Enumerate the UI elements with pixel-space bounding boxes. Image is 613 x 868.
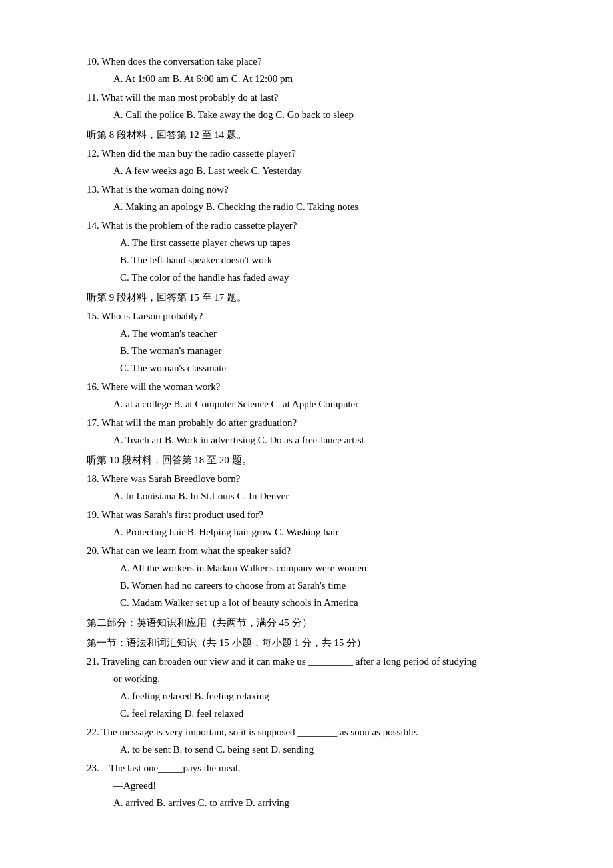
options-inline: A. Teach art B. Work in advertising C. D… <box>87 432 546 448</box>
question-block: 12. When did the man buy the radio casse… <box>87 145 546 179</box>
question-block: 22. The message is very important, so it… <box>87 724 546 757</box>
question-line: 18. Where was Sarah Breedlove born? <box>87 471 546 487</box>
question-block: 15. Who is Larson probably?A. The woman'… <box>87 308 546 376</box>
options-inline: A. Protecting hair B. Helping hair grow … <box>87 524 546 540</box>
section-header: 听第 9 段材料，回答第 15 至 17 题。 <box>87 289 546 305</box>
options-inline: A. Call the police B. Take away the dog … <box>87 107 546 123</box>
sub-option: A. The first cassette player chews up ta… <box>87 235 546 251</box>
exam-content: 10. When does the conversation take plac… <box>87 53 546 811</box>
sub-option: C. The woman's classmate <box>87 360 546 376</box>
sub-option: A. feeling relaxed B. feeling relaxing <box>87 688 546 704</box>
sub-option: C. The color of the handle has faded awa… <box>87 269 546 285</box>
section-header: 听第 10 段材料，回答第 18 至 20 题。 <box>87 452 546 468</box>
question-block: 16. Where will the woman work?A. at a co… <box>87 379 546 412</box>
options-inline: A. A few weeks ago B. Last week C. Yeste… <box>87 163 546 179</box>
question-line: 10. When does the conversation take plac… <box>87 53 546 69</box>
question-block: 14. What is the problem of the radio cas… <box>87 217 546 285</box>
question-block: 18. Where was Sarah Breedlove born?A. In… <box>87 471 546 504</box>
options-inline: A. In Louisiana B. In St.Louis C. In Den… <box>87 488 546 504</box>
question-line: 16. Where will the woman work? <box>87 379 546 395</box>
question-line: 19. What was Sarah's first product used … <box>87 507 546 523</box>
question-line: 13. What is the woman doing now? <box>87 181 546 197</box>
options-inline: A. at a college B. at Computer Science C… <box>87 396 546 412</box>
question-block: 23.—The last one_____pays the meal.—Agre… <box>87 760 546 811</box>
sub-option: A. All the workers in Madam Walker's com… <box>87 560 546 576</box>
question-block: 19. What was Sarah's first product used … <box>87 507 546 540</box>
sub-option: B. The left-hand speaker doesn't work <box>87 252 546 268</box>
question-line: 14. What is the problem of the radio cas… <box>87 217 546 233</box>
continuation-line: or working. <box>87 671 546 687</box>
question-block: 10. When does the conversation take plac… <box>87 53 546 87</box>
question-block: 21. Traveling can broaden our view and i… <box>87 653 546 721</box>
question-line: 23.—The last one_____pays the meal. <box>87 760 546 776</box>
dialogue-line2: —Agreed! <box>87 777 546 793</box>
question-line: 22. The message is very important, so it… <box>87 724 546 740</box>
question-line: 12. When did the man buy the radio casse… <box>87 145 546 161</box>
sub-option: C. feel relaxing D. feel relaxed <box>87 705 546 721</box>
options-inline: A. arrived B. arrives C. to arrive D. ar… <box>87 795 546 811</box>
sub-option: B. Women had no careers to choose from a… <box>87 577 546 593</box>
question-line: 11. What will the man most probably do a… <box>87 89 546 105</box>
sub-option: C. Madam Walker set up a lot of beauty s… <box>87 595 546 611</box>
section-header: 听第 8 段材料，回答第 12 至 14 题。 <box>87 127 546 143</box>
question-line: 20. What can we learn from what the spea… <box>87 543 546 559</box>
options-inline: A. Making an apology B. Checking the rad… <box>87 199 546 215</box>
question-line: 17. What will the man probably do after … <box>87 415 546 431</box>
question-block: 17. What will the man probably do after … <box>87 415 546 448</box>
section-header: 第一节：语法和词汇知识（共 15 小题，每小题 1 分，共 15 分） <box>87 635 546 651</box>
question-block: 13. What is the woman doing now?A. Makin… <box>87 181 546 215</box>
options-inline: A. At 1:00 am B. At 6:00 am C. At 12:00 … <box>87 71 546 87</box>
section-header: 第二部分：英语知识和应用（共两节，满分 45 分） <box>87 615 546 631</box>
question-block: 11. What will the man most probably do a… <box>87 89 546 123</box>
question-line: 21. Traveling can broaden our view and i… <box>87 653 546 669</box>
question-block: 20. What can we learn from what the spea… <box>87 543 546 611</box>
sub-option: A. to be sent B. to send C. being sent D… <box>87 741 546 757</box>
sub-option: B. The woman's manager <box>87 343 546 359</box>
question-line: 15. Who is Larson probably? <box>87 308 546 324</box>
sub-option: A. The woman's teacher <box>87 325 546 341</box>
